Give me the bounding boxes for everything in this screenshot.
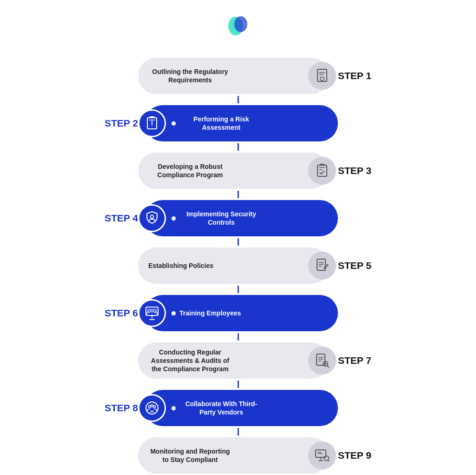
step-row-wrapper-5: Establishing Policies STEP 5: [94, 246, 382, 286]
connector-wrap-4: [94, 286, 382, 293]
page-wrapper: Outlining the Regulatory Requirements ST…: [0, 0, 476, 475]
svg-point-13: [146, 402, 158, 414]
svg-rect-5: [317, 165, 327, 176]
step-text-8: Collaborate With Third-Party Vendors: [179, 400, 263, 416]
connector-wrap-6: [94, 381, 382, 388]
svg-point-10: [153, 309, 156, 312]
connector-wrap-2: [94, 191, 382, 198]
dark-pill-8: Collaborate With Third-Party Vendors: [145, 390, 338, 426]
svg-point-9: [148, 309, 151, 312]
step-icon-1: [308, 62, 336, 90]
step-row-7: Conducting Regular Assessments & Audits …: [94, 342, 382, 379]
step-label-4: STEP 4: [94, 213, 138, 224]
step-label-6: STEP 6: [94, 308, 138, 319]
connector-line-6: [238, 381, 239, 388]
step-label-1: STEP 1: [338, 70, 382, 81]
connector-line-0: [238, 96, 239, 103]
dark-pill-6: Training Employees: [145, 295, 338, 331]
step-text-2: Performing a Risk Assessment: [179, 115, 263, 132]
step-icon-6: [138, 299, 166, 327]
step-row-4: STEP 4 Implementing Security Controls: [94, 200, 382, 236]
connector-wrap-1: [94, 143, 382, 151]
svg-point-6: [151, 215, 154, 219]
step-label-7: STEP 7: [338, 355, 382, 366]
connector-wrap-3: [94, 238, 382, 246]
svg-rect-11: [317, 354, 325, 365]
light-pill-9: Monitoring and Reporting to Stay Complia…: [138, 437, 330, 474]
step-label-3: STEP 3: [338, 165, 382, 176]
light-pill-1: Outlining the Regulatory Requirements: [138, 58, 330, 94]
step-row-wrapper-9: Monitoring and Reporting to Stay Complia…: [94, 435, 382, 475]
dot-2: [172, 121, 176, 126]
step-icon-5: [308, 252, 336, 280]
step-row-2: STEP 2 Performing a Risk Assessment: [94, 105, 382, 141]
svg-point-4: [152, 125, 152, 126]
step-icon-8: [138, 394, 166, 422]
step-text-5: Establishing Policies: [148, 261, 213, 270]
light-pill-7: Conducting Regular Assessments & Audits …: [138, 342, 330, 379]
connector-wrap-5: [94, 333, 382, 341]
step-row-wrapper-3: Developing a Robust Compliance Program S…: [94, 151, 382, 191]
step-row-wrapper-7: Conducting Regular Assessments & Audits …: [94, 341, 382, 381]
step-row-3: Developing a Robust Compliance Program S…: [94, 153, 382, 189]
step-icon-3: [308, 157, 336, 185]
dark-pill-2: Performing a Risk Assessment: [145, 105, 338, 141]
connector-wrap-0: [94, 96, 382, 103]
dark-pill-4: Implementing Security Controls: [145, 200, 338, 236]
steps-container: Outlining the Regulatory Requirements ST…: [94, 56, 382, 475]
step-row-wrapper-4: STEP 4 Implementing Security Controls: [94, 198, 382, 238]
step-icon-4: [138, 204, 166, 232]
step-icon-7: [308, 347, 336, 375]
step-row-wrapper-8: STEP 8 Collaborate With Third-Party Vend…: [94, 388, 382, 428]
step-row-wrapper-1: Outlining the Regulatory Requirements ST…: [94, 56, 382, 96]
step-row-wrapper-2: STEP 2 Performing a Risk Assessment: [94, 103, 382, 143]
step-text-1: Outlining the Regulatory Requirements: [148, 67, 232, 84]
step-icon-2: [138, 109, 166, 137]
step-row-6: STEP 6 Training Employees: [94, 295, 382, 331]
connector-line-5: [238, 333, 239, 341]
step-text-4: Implementing Security Controls: [179, 210, 263, 227]
connector-wrap-7: [94, 428, 382, 435]
light-pill-3: Developing a Robust Compliance Program: [138, 153, 330, 189]
logo-section: [225, 14, 251, 42]
step-label-9: STEP 9: [338, 450, 382, 461]
step-label-2: STEP 2: [94, 118, 138, 129]
svg-rect-2: [317, 69, 327, 81]
connector-line-4: [238, 286, 239, 293]
connector-line-1: [238, 143, 239, 151]
step-row-1: Outlining the Regulatory Requirements ST…: [94, 58, 382, 94]
step-row-5: Establishing Policies STEP 5: [94, 248, 382, 284]
connector-line-7: [238, 428, 239, 435]
dot-8: [172, 406, 176, 410]
step-icon-9: [308, 442, 336, 469]
dot-6: [172, 311, 176, 315]
connector-line-2: [238, 191, 239, 198]
step-text-7: Conducting Regular Assessments & Audits …: [148, 348, 232, 374]
light-pill-5: Establishing Policies: [138, 248, 330, 284]
step-text-9: Monitoring and Reporting to Stay Complia…: [148, 447, 232, 464]
step-label-5: STEP 5: [338, 260, 382, 271]
dot-4: [172, 216, 176, 221]
step-row-wrapper-6: STEP 6 Training Employees: [94, 293, 382, 333]
step-text-3: Developing a Robust Compliance Program: [148, 162, 232, 179]
step-row-8: STEP 8 Collaborate With Third-Party Vend…: [94, 390, 382, 426]
svg-point-16: [151, 405, 153, 407]
logo-icon: [225, 14, 251, 39]
step-row-9: Monitoring and Reporting to Stay Complia…: [94, 437, 382, 474]
connector-line-3: [238, 238, 239, 246]
svg-point-1: [234, 16, 247, 32]
step-label-8: STEP 8: [94, 402, 138, 414]
step-text-6: Training Employees: [179, 309, 241, 317]
